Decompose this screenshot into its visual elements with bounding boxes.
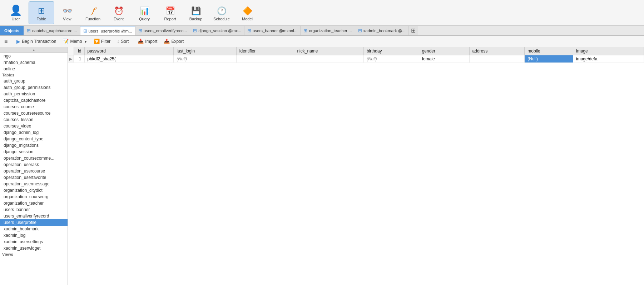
sidebar-item-auth-permission[interactable]: auth_permission xyxy=(0,91,68,97)
sidebar-item-xadmin-bookmark[interactable]: xadmin_bookmark xyxy=(0,226,68,232)
tab-objects[interactable]: Objects xyxy=(0,26,24,36)
memo-icon xyxy=(63,39,69,44)
sidebar-item-xadmin-log[interactable]: xadmin_log xyxy=(0,232,68,239)
row-indicator-header xyxy=(68,47,74,55)
import-icon xyxy=(138,39,144,44)
col-header-password[interactable]: password xyxy=(84,47,174,55)
col-header-nick-name[interactable]: nick_name xyxy=(294,47,363,55)
tab-captcha[interactable]: captcha_captchastore ... xyxy=(24,26,80,36)
col-header-image[interactable]: image xyxy=(573,47,644,55)
sidebar-views-header: Views xyxy=(0,251,68,257)
tab-emailverify[interactable]: users_emailverifyreco... xyxy=(135,26,190,36)
toolbar-user[interactable]: User xyxy=(3,1,29,24)
memo-button[interactable]: Memo xyxy=(60,38,90,45)
tab-userprofile[interactable]: users_userprofile @m... xyxy=(80,26,135,36)
cell-identifier[interactable] xyxy=(236,55,294,63)
sidebar-item-users-emailverifyrecord[interactable]: users_emailverifyrecord xyxy=(0,213,68,219)
toolbar-schedule-label: Schedule xyxy=(213,17,230,21)
tab-banner[interactable]: users_banner @mxonl... xyxy=(244,26,301,36)
sidebar-item-operation-userfavorite[interactable]: operation_userfavorite xyxy=(0,174,68,181)
begin-transaction-button[interactable]: Begin Transaction xyxy=(14,38,59,45)
cell-address[interactable] xyxy=(469,55,525,63)
cell-last_login[interactable]: (Null) xyxy=(174,55,236,63)
data-area: id password last_login identifier nick_n… xyxy=(68,47,644,285)
sidebar-item-operation-usermessage[interactable]: operation_usermessage xyxy=(0,181,68,187)
tab-org-teacher[interactable]: organization_teacher ... xyxy=(301,26,355,36)
cell-mobile[interactable]: (Null) xyxy=(525,55,573,63)
sidebar-item-courses-course[interactable]: courses_course xyxy=(0,104,68,110)
toolbar-model[interactable]: Model xyxy=(234,1,260,24)
cell-gender[interactable]: female xyxy=(419,55,469,63)
sidebar-item-courses-lesson[interactable]: courses_lesson xyxy=(0,116,68,123)
sidebar-item-captcha-captchastore[interactable]: captcha_captchastore xyxy=(0,97,68,104)
sidebar-item-django-admin-log[interactable]: django_admin_log xyxy=(0,129,68,136)
toolbar-function[interactable]: Function xyxy=(80,1,106,24)
sidebar-item-xadmin-userwidget[interactable]: xadmin_userwidget xyxy=(0,245,68,251)
begin-icon xyxy=(16,39,20,44)
sidebar-item-operation-usercourse[interactable]: operation_usercourse xyxy=(0,168,68,174)
sidebar-item-auth-group[interactable]: auth_group xyxy=(0,78,68,84)
menu-button[interactable] xyxy=(1,37,10,46)
sidebar-item-django-session[interactable]: django_session xyxy=(0,149,68,155)
sidebar-item-courses-video[interactable]: courses_video xyxy=(0,123,68,129)
cell-birthday[interactable]: (Null) xyxy=(363,55,419,63)
memo-dropdown-icon xyxy=(84,39,87,44)
sidebar-item-auth-group-permissions[interactable]: auth_group_permissions xyxy=(0,84,68,91)
sidebar-item-schema[interactable]: rmation_schema xyxy=(0,59,68,66)
sort-button[interactable]: Sort xyxy=(114,38,132,45)
sidebar-item-django-migrations[interactable]: django_migrations xyxy=(0,142,68,149)
tab-banner-icon xyxy=(247,28,251,33)
col-header-identifier[interactable]: identifier xyxy=(236,47,294,55)
sidebar-item-xadmin-usersettings[interactable]: xadmin_usersettings xyxy=(0,239,68,245)
sidebar-item-operation-coursecomme---[interactable]: operation_coursecomme... xyxy=(0,155,68,161)
import-button[interactable]: Import xyxy=(135,38,160,45)
backup-icon xyxy=(191,5,201,16)
tab-more[interactable]: ⊞ xyxy=(409,26,418,36)
sidebar-item-operation-userask[interactable]: operation_userask xyxy=(0,161,68,168)
toolbar-query-label: Query xyxy=(139,17,150,21)
toolbar-table-label: Table xyxy=(37,17,46,21)
view-icon xyxy=(63,5,72,16)
toolbar-function-label: Function xyxy=(85,17,100,21)
sidebar-item-organization-courseorg[interactable]: organization_courseorg xyxy=(0,194,68,200)
data-table: id password last_login identifier nick_n… xyxy=(68,47,644,63)
tab-django-session-label: django_session @mx... xyxy=(198,29,241,33)
export-button[interactable]: Export xyxy=(161,38,187,45)
toolbar-query[interactable]: Query xyxy=(132,1,157,24)
sidebar-item-users-banner[interactable]: users_banner xyxy=(0,206,68,213)
col-header-gender[interactable]: gender xyxy=(419,47,469,55)
sidebar-item-django-content-type[interactable]: django_content_type xyxy=(0,136,68,142)
sidebar-item-users-userprofile[interactable]: users_userprofile xyxy=(0,219,68,226)
col-header-id[interactable]: id xyxy=(74,47,84,55)
toolbar-view[interactable]: View xyxy=(54,1,80,24)
col-header-birthday[interactable]: birthday xyxy=(363,47,419,55)
sidebar-scroll-up[interactable]: ▲ xyxy=(0,47,68,53)
sidebar-item-organization-citydict[interactable]: organization_citydict xyxy=(0,187,68,194)
row-indicator: ▶ xyxy=(68,55,74,63)
begin-transaction-label: Begin Transaction xyxy=(22,39,56,44)
cell-password[interactable]: pbkdf2_sha25( xyxy=(84,55,174,63)
col-header-address[interactable]: address xyxy=(469,47,525,55)
cell-id[interactable]: 1 xyxy=(74,55,84,63)
toolbar-event[interactable]: Event xyxy=(106,1,132,24)
toolbar-backup[interactable]: Backup xyxy=(183,1,209,24)
toolbar-view-label: View xyxy=(63,17,71,21)
sidebar-item-courses-courseresource[interactable]: courses_courseresource xyxy=(0,110,68,116)
col-header-last-login[interactable]: last_login xyxy=(174,47,236,55)
filter-button[interactable]: Filter xyxy=(91,38,114,45)
col-header-mobile[interactable]: mobile xyxy=(525,47,573,55)
cell-nick_name[interactable] xyxy=(294,55,363,63)
toolbar-table[interactable]: Table xyxy=(29,1,54,24)
toolbar-model-label: Model xyxy=(242,17,253,21)
tab-xadmin-bookmark[interactable]: xadmin_bookmark @... xyxy=(355,26,409,36)
sidebar-item-organization-teacher[interactable]: organization_teacher xyxy=(0,200,68,206)
sidebar-item-ngo[interactable]: ngo xyxy=(0,53,68,59)
toolbar-report[interactable]: Report xyxy=(157,1,183,24)
sidebar-item-online[interactable]: online xyxy=(0,66,68,72)
tab-xadmin-bookmark-icon xyxy=(358,28,362,33)
tab-django-session[interactable]: django_session @mx... xyxy=(190,26,244,36)
tab-emailverify-icon xyxy=(138,28,142,33)
toolbar-schedule[interactable]: Schedule xyxy=(209,1,234,24)
user-icon xyxy=(10,4,22,16)
cell-image[interactable]: image/defa xyxy=(573,55,644,63)
